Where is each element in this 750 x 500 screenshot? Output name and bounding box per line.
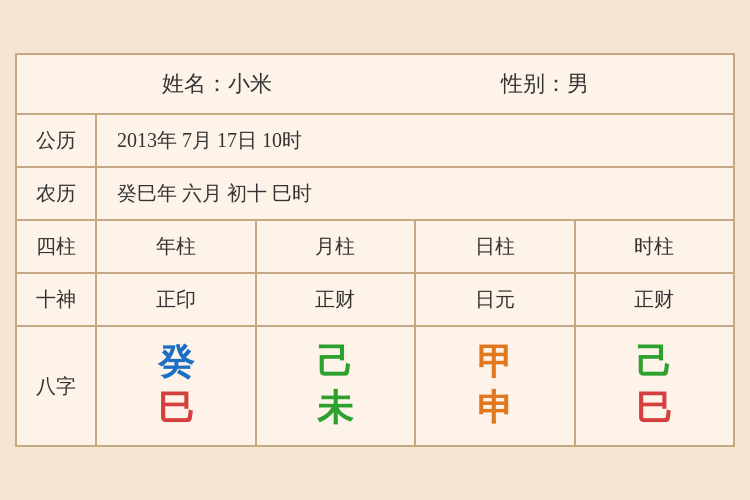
day-shishen: 日元 <box>416 274 576 325</box>
shishen-row: 十神 正印 正财 日元 正财 <box>17 274 733 327</box>
hour-chars: 己 巳 <box>636 343 672 428</box>
shishen-label: 十神 <box>17 274 97 325</box>
bazhi-row: 八字 癸 巳 己 未 甲 申 己 巳 <box>17 327 733 444</box>
year-bazhi: 癸 巳 <box>97 327 257 444</box>
lunar-value: 癸巳年 六月 初十 巳时 <box>97 168 733 219</box>
hour-top-char: 己 <box>636 343 672 383</box>
day-bazhi: 甲 申 <box>416 327 576 444</box>
year-top-char: 癸 <box>158 343 194 383</box>
month-chars: 己 未 <box>317 343 353 428</box>
day-pillar-label: 日柱 <box>416 221 576 272</box>
day-chars: 甲 申 <box>477 343 513 428</box>
year-shishen: 正印 <box>97 274 257 325</box>
month-pillar-label: 月柱 <box>257 221 417 272</box>
hour-pillar-label: 时柱 <box>576 221 734 272</box>
day-bottom-char: 申 <box>477 389 513 429</box>
hour-bottom-char: 巳 <box>636 389 672 429</box>
day-top-char: 甲 <box>477 343 513 383</box>
pillars-label: 四柱 <box>17 221 97 272</box>
month-bazhi: 己 未 <box>257 327 417 444</box>
month-top-char: 己 <box>317 343 353 383</box>
main-container: 姓名：小米 性别：男 公历 2013年 7月 17日 10时 农历 癸巳年 六月… <box>15 53 735 446</box>
month-shishen: 正财 <box>257 274 417 325</box>
pillars-row: 四柱 年柱 月柱 日柱 时柱 <box>17 221 733 274</box>
year-pillar-label: 年柱 <box>97 221 257 272</box>
hour-bazhi: 己 巳 <box>576 327 734 444</box>
lunar-label: 农历 <box>17 168 97 219</box>
hour-shishen: 正财 <box>576 274 734 325</box>
header-row: 姓名：小米 性别：男 <box>17 55 733 115</box>
month-bottom-char: 未 <box>317 389 353 429</box>
bazhi-label: 八字 <box>17 327 97 444</box>
year-bottom-char: 巳 <box>158 389 194 429</box>
lunar-row: 农历 癸巳年 六月 初十 巳时 <box>17 168 733 221</box>
solar-row: 公历 2013年 7月 17日 10时 <box>17 115 733 168</box>
name-label: 姓名：小米 <box>162 69 272 99</box>
solar-value: 2013年 7月 17日 10时 <box>97 115 733 166</box>
gender-label: 性别：男 <box>501 69 589 99</box>
solar-label: 公历 <box>17 115 97 166</box>
year-chars: 癸 巳 <box>158 343 194 428</box>
